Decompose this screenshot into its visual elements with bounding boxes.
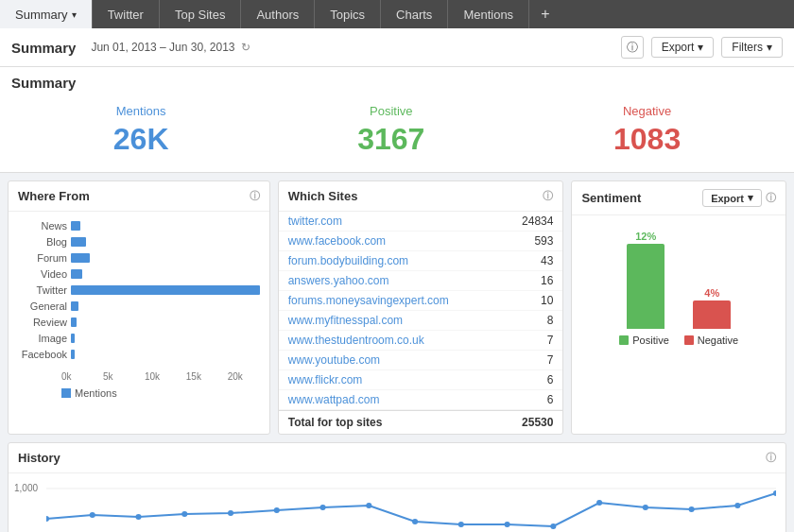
- bar-label: Review: [18, 317, 67, 328]
- site-link-cell[interactable]: www.wattpad.com: [279, 390, 501, 410]
- site-link-cell[interactable]: www.myfitnesspal.com: [279, 311, 501, 331]
- bar-container: [71, 301, 260, 311]
- where-from-info-icon[interactable]: ⓘ: [250, 189, 260, 203]
- bar-fill: [71, 317, 77, 327]
- svg-point-16: [643, 505, 648, 510]
- x-axis-label: 10k: [145, 371, 186, 382]
- bar-label: Blog: [18, 236, 67, 248]
- site-link-cell[interactable]: www.thestudentroom.co.uk: [279, 331, 501, 351]
- legend-color-box: [684, 335, 694, 345]
- bar-container: [71, 237, 260, 247]
- site-link[interactable]: forums.moneysavingexpert.com: [288, 294, 449, 307]
- svg-point-5: [135, 514, 141, 520]
- sentiment-export-button[interactable]: Export ▾: [702, 189, 762, 207]
- site-link[interactable]: www.youtube.com: [288, 353, 380, 367]
- add-tab-button[interactable]: +: [529, 6, 561, 23]
- export-chevron-icon: ▾: [698, 41, 703, 54]
- tab-bar: Summary ▾ Twitter Top Sites Authors Topi…: [0, 0, 794, 28]
- site-link-cell[interactable]: www.flickr.com: [279, 370, 501, 390]
- bar-fill: [71, 350, 75, 359]
- sentiment-info-icon[interactable]: ⓘ: [766, 191, 776, 205]
- mentions-legend-label: Mentions: [75, 387, 117, 399]
- tab-summary[interactable]: Summary ▾: [0, 0, 93, 28]
- bar-fill: [71, 253, 90, 263]
- header-actions: ⓘ Export ▾ Filters ▾: [621, 36, 783, 59]
- bar-container: [71, 350, 260, 359]
- svg-point-4: [90, 512, 95, 518]
- export-button[interactable]: Export ▾: [651, 37, 715, 58]
- where-from-bar-row: Facebook: [18, 348, 260, 361]
- info-icon[interactable]: ⓘ: [621, 36, 644, 59]
- svg-point-7: [228, 510, 233, 516]
- site-table-row: www.youtube.com 7: [279, 351, 563, 370]
- where-from-bar-row: Review: [18, 316, 260, 329]
- x-axis-label: 15k: [186, 371, 228, 382]
- sentiment-export-label: Export: [711, 193, 744, 204]
- tab-twitter[interactable]: Twitter: [93, 0, 160, 28]
- site-count-cell: 16: [501, 271, 563, 291]
- where-from-bar-row: News: [18, 219, 260, 232]
- tab-topsites-label: Top Sites: [175, 8, 225, 22]
- site-link[interactable]: twitter.com: [288, 215, 342, 228]
- tab-topsites[interactable]: Top Sites: [160, 0, 241, 28]
- site-link[interactable]: www.myfitnesspal.com: [288, 314, 403, 327]
- where-from-bar-row: Image: [18, 332, 260, 345]
- site-link[interactable]: www.thestudentroom.co.uk: [288, 334, 424, 347]
- mentions-legend-box: [61, 388, 71, 398]
- svg-point-18: [734, 503, 740, 508]
- history-card: History ⓘ 1,0005000 Jun 1Jun 3Jun 5Jun 7…: [8, 442, 786, 532]
- svg-point-3: [46, 516, 49, 522]
- sites-total-label: Total for top sites: [288, 416, 383, 429]
- bar-container: [71, 253, 260, 263]
- site-link-cell[interactable]: www.facebook.com: [279, 232, 501, 251]
- summary-section-label: Summary: [0, 67, 794, 94]
- tab-authors[interactable]: Authors: [241, 0, 315, 28]
- site-count-cell: 6: [501, 370, 563, 390]
- site-count-cell: 10: [501, 291, 563, 311]
- svg-point-10: [366, 503, 371, 508]
- tab-mentions[interactable]: Mentions: [448, 0, 529, 28]
- chart-legend: Mentions: [61, 387, 269, 399]
- history-info-icon[interactable]: ⓘ: [766, 451, 776, 465]
- site-link[interactable]: www.wattpad.com: [288, 393, 380, 406]
- site-link-cell[interactable]: forum.bodybuilding.com: [279, 251, 501, 271]
- sentiment-chart: 12% 4%: [572, 215, 785, 329]
- sites-total-value: 25530: [522, 416, 553, 429]
- site-link-cell[interactable]: twitter.com: [279, 212, 501, 232]
- sentiment-header: Sentiment Export ▾ ⓘ: [572, 181, 785, 215]
- bar-container: [71, 221, 260, 231]
- cards-row: Where From ⓘ News Blog Forum Video Twitt…: [0, 173, 794, 442]
- tab-authors-label: Authors: [256, 8, 299, 22]
- filters-button[interactable]: Filters ▾: [721, 37, 783, 58]
- negative-metric: Negative 1083: [613, 104, 681, 157]
- tab-topics[interactable]: Topics: [315, 0, 381, 28]
- svg-point-14: [550, 523, 556, 529]
- sentiment-legend-item: Positive: [619, 335, 669, 346]
- x-axis-label: 20k: [228, 371, 269, 382]
- chevron-down-icon: ▾: [72, 9, 77, 20]
- site-count-cell: 8: [501, 311, 563, 331]
- site-table-row: twitter.com 24834: [279, 212, 563, 232]
- legend-color-box: [619, 335, 629, 345]
- legend-item-label: Positive: [632, 335, 669, 346]
- bar-fill: [71, 221, 80, 231]
- mentions-metric: Mentions 26K: [113, 104, 169, 157]
- refresh-icon[interactable]: ↻: [241, 41, 250, 54]
- svg-point-8: [274, 507, 280, 513]
- site-link-cell[interactable]: forums.moneysavingexpert.com: [279, 291, 501, 311]
- site-link-cell[interactable]: www.youtube.com: [279, 351, 501, 370]
- sentiment-export-chevron-icon: ▾: [748, 192, 753, 204]
- tab-charts[interactable]: Charts: [381, 0, 448, 28]
- svg-point-9: [320, 505, 326, 510]
- site-link[interactable]: www.facebook.com: [288, 234, 386, 248]
- bar-label: General: [18, 300, 67, 312]
- where-from-bar-row: Forum: [18, 251, 260, 265]
- bar-label: Image: [18, 333, 67, 344]
- site-link[interactable]: answers.yahoo.com: [288, 274, 389, 287]
- site-link[interactable]: forum.bodybuilding.com: [288, 254, 408, 267]
- site-link[interactable]: www.flickr.com: [288, 373, 363, 386]
- sentiment-bar: [693, 300, 731, 329]
- bar-container: [71, 285, 260, 295]
- site-link-cell[interactable]: answers.yahoo.com: [279, 271, 501, 291]
- which-sites-info-icon[interactable]: ⓘ: [543, 189, 553, 203]
